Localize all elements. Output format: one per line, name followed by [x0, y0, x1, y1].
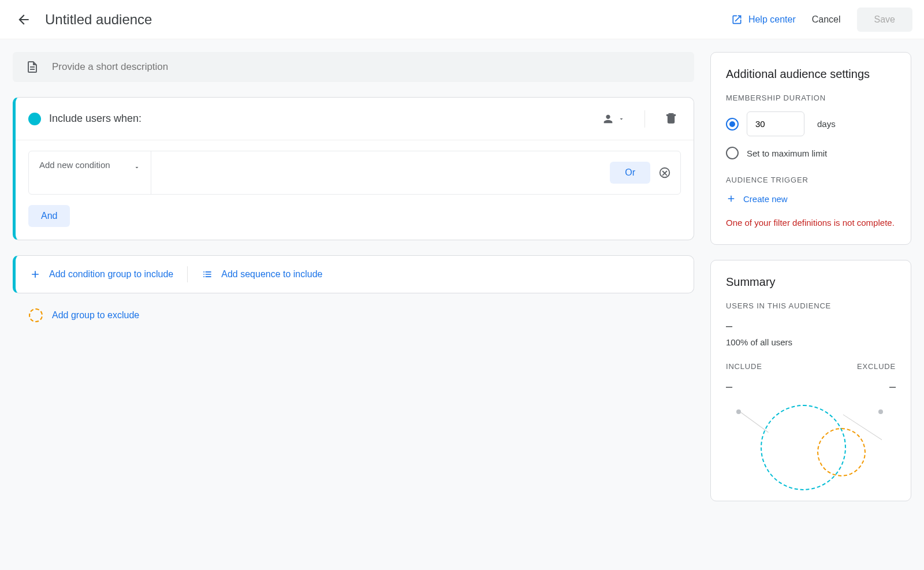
- cancel-button[interactable]: Cancel: [812, 14, 841, 25]
- exclude-label: EXCLUDE: [857, 362, 896, 371]
- users-in-audience-label: USERS IN THIS AUDIENCE: [726, 301, 896, 310]
- create-new-trigger-button[interactable]: Create new: [726, 193, 788, 204]
- list-icon: [202, 269, 213, 280]
- include-title: Include users when:: [49, 113, 590, 125]
- chevron-down-icon: [618, 116, 625, 122]
- include-indicator-icon: [28, 113, 41, 125]
- add-exclude-group-button[interactable]: Add group to exclude: [52, 310, 139, 321]
- header: Help center Cancel Save: [0, 0, 924, 39]
- add-condition-dropdown[interactable]: Add new condition: [29, 151, 151, 194]
- and-button[interactable]: And: [28, 205, 70, 227]
- audience-title-input[interactable]: [45, 12, 731, 28]
- summary-card: Summary USERS IN THIS AUDIENCE – 100% of…: [710, 260, 911, 501]
- max-limit-label: Set to maximum limit: [747, 148, 827, 158]
- help-center-link[interactable]: Help center: [731, 14, 796, 25]
- days-label: days: [817, 119, 836, 129]
- membership-duration-label: MEMBERSHIP DURATION: [726, 94, 896, 102]
- scope-dropdown[interactable]: [598, 109, 628, 129]
- trash-icon: [665, 111, 677, 124]
- chevron-down-icon: [133, 164, 140, 171]
- exclude-indicator-icon: [29, 308, 43, 322]
- plus-icon: [726, 193, 736, 204]
- open-in-new-icon: [731, 14, 743, 25]
- divider: [644, 110, 645, 128]
- duration-input[interactable]: [747, 111, 804, 136]
- additional-settings-card: Additional audience settings MEMBERSHIP …: [710, 52, 911, 245]
- add-sequence-button[interactable]: Add sequence to include: [202, 269, 322, 280]
- help-center-label: Help center: [748, 14, 796, 25]
- venn-dot-icon: [878, 409, 883, 414]
- settings-title: Additional audience settings: [726, 68, 896, 81]
- include-group-card: Include users when: Add new condition: [13, 97, 694, 240]
- venn-exclude-circle: [817, 428, 866, 476]
- plus-icon: [29, 269, 41, 280]
- error-message: One of your filter definitions is not co…: [726, 217, 896, 229]
- remove-condition-button[interactable]: [658, 166, 671, 179]
- arrow-left-icon: [16, 12, 31, 27]
- back-button[interactable]: [12, 8, 36, 32]
- venn-diagram: [726, 405, 896, 486]
- include-label: INCLUDE: [726, 362, 762, 371]
- audience-trigger-label: AUDIENCE TRIGGER: [726, 176, 896, 184]
- close-circle-icon: [658, 166, 671, 179]
- add-group-card: Add condition group to include Add seque…: [13, 255, 694, 293]
- description-bar: [13, 52, 694, 82]
- summary-title: Summary: [726, 275, 896, 289]
- condition-row: Add new condition Or: [28, 151, 681, 195]
- or-button[interactable]: Or: [610, 162, 650, 184]
- description-icon: [25, 60, 39, 74]
- delete-group-button[interactable]: [661, 108, 681, 129]
- save-button: Save: [857, 8, 912, 32]
- divider: [187, 266, 188, 282]
- max-limit-radio[interactable]: [726, 147, 739, 159]
- add-condition-group-button[interactable]: Add condition group to include: [29, 269, 173, 280]
- add-exclude-row: Add group to exclude: [13, 308, 694, 322]
- duration-days-radio[interactable]: [726, 118, 739, 131]
- users-count: –: [726, 319, 896, 333]
- exclude-count: –: [857, 380, 896, 393]
- description-input[interactable]: [52, 61, 681, 73]
- person-icon: [602, 113, 614, 125]
- users-percentage: 100% of all users: [726, 337, 896, 347]
- include-count: –: [726, 380, 762, 393]
